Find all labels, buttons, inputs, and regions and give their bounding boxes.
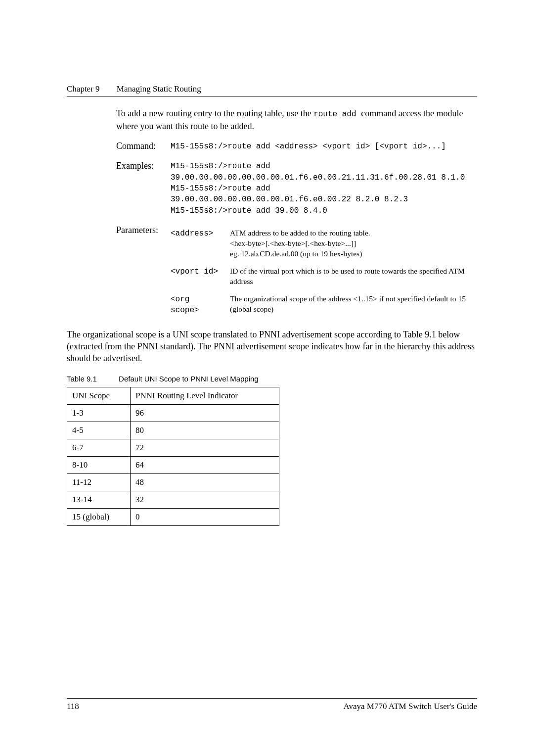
body-content: To add a new routing entry to the routin…	[116, 107, 477, 526]
table-cell: 6-7	[67, 439, 131, 456]
table-cell: 4-5	[67, 422, 131, 439]
chapter-label: Chapter 9	[67, 84, 100, 94]
parameters-body: <address> ATM address to be added to the…	[171, 225, 477, 316]
table-row: 4-580	[67, 422, 279, 439]
example-line: M15-155s8:/>route add	[171, 183, 477, 194]
param-desc-line: <hex-byte>[.<hex-byte>[.<hex-byte>...]]	[230, 238, 477, 249]
parameter-desc: The organizational scope of the address …	[230, 294, 477, 316]
param-desc-line: ATM address to be added to the routing t…	[230, 228, 477, 238]
parameter-desc: ATM address to be added to the routing t…	[230, 228, 477, 259]
parameter-row: <vport id> ID of the virtual port which …	[171, 266, 477, 287]
table-row: 1-396	[67, 404, 279, 422]
intro-text-a: To add a new routing entry to the routin…	[116, 108, 313, 118]
examples-label: Examples:	[116, 161, 171, 216]
parameter-desc: ID of the virtual port which is to be us…	[230, 266, 477, 287]
example-line: M15-155s8:/>route add	[171, 161, 477, 172]
table-cell: 13-14	[67, 491, 131, 508]
table-header: PNNI Routing Level Indicator	[130, 387, 279, 404]
page-footer: 118 Avaya M770 ATM Switch User's Guide	[67, 698, 477, 711]
doc-title: Avaya M770 ATM Switch User's Guide	[344, 702, 477, 711]
parameter-name: <org scope>	[171, 294, 230, 316]
command-section: Command: M15-155s8:/>route add <address>…	[116, 141, 477, 152]
parameter-row: <org scope> The organizational scope of …	[171, 294, 477, 316]
org-scope-paragraph: The organizational scope is a UNI scope …	[67, 329, 477, 365]
table-cell: 48	[130, 473, 279, 491]
examples-body: M15-155s8:/>route add 39.00.00.00.00.00.…	[171, 161, 477, 216]
intro-code: route add	[313, 110, 361, 119]
table-row: 11-1248	[67, 473, 279, 491]
example-line: 39.00.00.00.00.00.00.00.01.f6.e0.00.22 8…	[171, 194, 477, 205]
table-caption: Table 9.1 Default UNI Scope to PNNI Leve…	[67, 375, 477, 383]
table-cell: 64	[130, 456, 279, 473]
table-block: Table 9.1 Default UNI Scope to PNNI Leve…	[67, 375, 477, 526]
param-desc-line: ID of the virtual port which is to be us…	[230, 266, 477, 287]
parameters-label: Parameters:	[116, 225, 171, 316]
command-text: M15-155s8:/>route add <address> <vport i…	[171, 141, 477, 152]
param-desc-line: The organizational scope of the address …	[230, 294, 477, 315]
chapter-title: Managing Static Routing	[117, 84, 201, 94]
parameter-row: <address> ATM address to be added to the…	[171, 228, 477, 259]
param-name-line: scope>	[171, 305, 230, 316]
table-cell: 11-12	[67, 473, 131, 491]
param-desc-line: eg. 12.ab.CD.de.ad.00 (up to 19 hex-byte…	[230, 249, 477, 259]
table-row: 8-1064	[67, 456, 279, 473]
table-row: 15 (global)0	[67, 508, 279, 525]
footer-rule	[67, 698, 477, 699]
table-row: 13-1432	[67, 491, 279, 508]
table-cell: 0	[130, 508, 279, 525]
example-line: 39.00.00.00.00.00.00.00.01.f6.e0.00.21.1…	[171, 172, 477, 183]
chapter-rule	[67, 96, 477, 96]
table-caption-title: Default UNI Scope to PNNI Level Mapping	[119, 375, 259, 383]
table-header-row: UNI Scope PNNI Routing Level Indicator	[67, 387, 279, 404]
param-name-line: <org	[171, 294, 230, 305]
table-cell: 96	[130, 404, 279, 422]
command-label: Command:	[116, 141, 171, 152]
parameter-name: <vport id>	[171, 266, 230, 287]
table-cell: 72	[130, 439, 279, 456]
parameters-section: Parameters: <address> ATM address to be …	[116, 225, 477, 316]
intro-paragraph: To add a new routing entry to the routin…	[116, 107, 477, 132]
uni-scope-table: UNI Scope PNNI Routing Level Indicator 1…	[67, 387, 279, 526]
parameter-name: <address>	[171, 228, 230, 259]
table-row: 6-772	[67, 439, 279, 456]
example-line: M15-155s8:/>route add 39.00 8.4.0	[171, 205, 477, 216]
table-cell: 1-3	[67, 404, 131, 422]
page: Chapter 9 Managing Static Routing To add…	[0, 0, 534, 756]
table-cell: 8-10	[67, 456, 131, 473]
table-caption-label: Table 9.1	[67, 375, 97, 383]
footer-row: 118 Avaya M770 ATM Switch User's Guide	[67, 702, 477, 711]
table-cell: 15 (global)	[67, 508, 131, 525]
page-number: 118	[67, 702, 79, 711]
table-header: UNI Scope	[67, 387, 131, 404]
table-cell: 32	[130, 491, 279, 508]
chapter-header: Chapter 9 Managing Static Routing	[67, 84, 477, 94]
table-cell: 80	[130, 422, 279, 439]
examples-section: Examples: M15-155s8:/>route add 39.00.00…	[116, 161, 477, 216]
